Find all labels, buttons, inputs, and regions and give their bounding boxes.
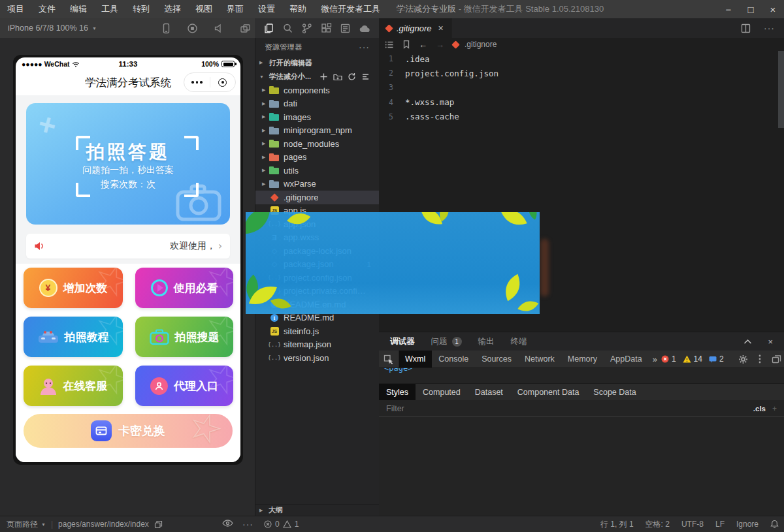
undock-icon[interactable] bbox=[772, 354, 781, 364]
nav-forward-icon[interactable]: → bbox=[436, 40, 444, 49]
notifications-bell-icon[interactable] bbox=[770, 520, 779, 529]
tab-overflow-icon[interactable]: » bbox=[649, 354, 661, 364]
close-panel-icon[interactable]: × bbox=[768, 337, 773, 347]
new-folder-icon[interactable] bbox=[333, 72, 342, 81]
menu-item[interactable]: 转到 bbox=[125, 0, 157, 18]
devtools-tab[interactable]: AppData bbox=[604, 351, 649, 368]
cloud-icon[interactable] bbox=[359, 23, 370, 33]
capsule-close-icon[interactable] bbox=[210, 73, 236, 91]
file-tree-item[interactable]: ▶ version.json bbox=[255, 351, 379, 365]
debugger-tab[interactable]: 终端 bbox=[511, 336, 527, 347]
style-filter-bar[interactable]: Filter .cls + bbox=[379, 400, 784, 417]
devtools-tab[interactable]: Memory bbox=[561, 351, 604, 368]
eol-type[interactable]: LF bbox=[715, 520, 725, 529]
tab-gitignore[interactable]: .gitignore × bbox=[379, 18, 451, 38]
customer-service-button[interactable]: 在线客服 bbox=[24, 366, 123, 406]
wxml-tag[interactable]: <page> bbox=[384, 368, 412, 373]
language-mode[interactable]: Ignore bbox=[736, 520, 759, 529]
agent-entry-button[interactable]: 代理入口 bbox=[135, 366, 233, 406]
collapse-all-icon[interactable] bbox=[361, 72, 370, 81]
styles-tab[interactable]: Component Data bbox=[510, 384, 587, 400]
wxml-element-tree[interactable]: <page> bbox=[379, 368, 784, 383]
filter-input[interactable]: Filter bbox=[386, 404, 404, 413]
photo-search-button[interactable]: 拍照搜题 bbox=[135, 317, 233, 357]
status-more-icon[interactable]: ··· bbox=[242, 516, 253, 532]
file-tree-item[interactable]: ▶ images bbox=[255, 110, 379, 124]
project-section[interactable]: ▼学法减分小... bbox=[255, 69, 379, 84]
inspect-element-icon[interactable] bbox=[379, 351, 399, 368]
bookmark-icon[interactable] bbox=[402, 40, 410, 49]
maximize-button[interactable]: □ bbox=[740, 0, 762, 18]
collapse-panel-icon[interactable] bbox=[743, 339, 752, 345]
editor-scrollbar[interactable] bbox=[778, 51, 784, 128]
styles-tab[interactable]: Styles bbox=[379, 384, 416, 400]
indentation[interactable]: 空格: 2 bbox=[645, 519, 670, 530]
extensions-icon[interactable] bbox=[321, 23, 332, 34]
problems-summary[interactable]: 0 1 bbox=[264, 516, 299, 532]
notice-bar[interactable]: 欢迎使用， › bbox=[26, 234, 230, 258]
wechat-capsule[interactable] bbox=[184, 72, 236, 92]
open-editors-section[interactable]: ▶打开的编辑器 bbox=[255, 56, 379, 69]
photo-tutorial-button[interactable]: 拍照教程 bbox=[24, 317, 123, 357]
file-tree-item[interactable]: ▶ dati bbox=[255, 97, 379, 111]
eye-icon[interactable] bbox=[222, 519, 233, 527]
details-list-icon[interactable] bbox=[340, 23, 351, 34]
file-tree-item[interactable]: ▶ .gitignore bbox=[255, 191, 379, 204]
nav-back-icon[interactable]: ← bbox=[419, 40, 427, 49]
page-path-selector[interactable]: 页面路径▼ bbox=[7, 519, 46, 530]
must-read-button[interactable]: 使用必看 bbox=[135, 268, 233, 308]
file-tree-item[interactable]: ▶ siteinfo.js bbox=[255, 324, 379, 338]
record-icon[interactable] bbox=[187, 23, 198, 34]
debugger-tab[interactable]: 输出 bbox=[478, 336, 495, 347]
file-tree-item[interactable]: ▶ node_modules bbox=[255, 137, 379, 151]
outline-list-icon[interactable] bbox=[385, 40, 394, 49]
capsule-more-icon[interactable] bbox=[184, 73, 210, 91]
menu-item[interactable]: 文件 bbox=[31, 0, 63, 18]
file-tree-item[interactable]: ▶ pages bbox=[255, 151, 379, 164]
mute-icon[interactable] bbox=[214, 23, 225, 34]
menu-item[interactable]: 设置 bbox=[251, 0, 282, 18]
multi-window-icon[interactable] bbox=[240, 23, 251, 34]
close-button[interactable]: × bbox=[762, 0, 784, 18]
menu-item[interactable]: 选择 bbox=[157, 0, 188, 18]
devtools-tab[interactable]: Sources bbox=[475, 351, 518, 368]
add-count-button[interactable]: ¥ 增加次数 bbox=[24, 268, 123, 308]
devtools-tab[interactable]: Network bbox=[518, 351, 561, 368]
styles-tab[interactable]: Computed bbox=[416, 384, 468, 400]
outline-section[interactable]: ▶大纲 bbox=[255, 504, 379, 516]
menu-item[interactable]: 微信开发者工具 bbox=[314, 0, 387, 18]
encoding[interactable]: UTF-8 bbox=[681, 520, 704, 529]
menu-item[interactable]: 编辑 bbox=[63, 0, 94, 18]
git-branch-icon[interactable] bbox=[301, 23, 312, 34]
devtools-tab[interactable]: Wxml bbox=[399, 351, 432, 368]
phone-icon[interactable] bbox=[161, 23, 172, 34]
minimize-button[interactable]: − bbox=[717, 0, 740, 18]
close-icon[interactable]: × bbox=[438, 23, 443, 33]
toggle-class-button[interactable]: .cls bbox=[753, 405, 766, 413]
styles-tab[interactable]: Dataset bbox=[468, 384, 510, 400]
devtools-tab[interactable]: Console bbox=[432, 351, 475, 368]
devtools-settings-icon[interactable] bbox=[738, 354, 748, 364]
split-editor-icon[interactable] bbox=[741, 23, 751, 33]
search-icon[interactable] bbox=[282, 23, 293, 34]
new-file-icon[interactable] bbox=[319, 72, 328, 81]
photo-answer-card[interactable]: + 拍照答题 问题拍一拍，秒出答案 搜索次数：次 bbox=[26, 103, 230, 225]
styles-tab[interactable]: Scope Data bbox=[586, 384, 643, 400]
device-selector[interactable]: iPhone 6/7/8 100% 16▼ bbox=[8, 18, 97, 38]
more-actions-icon[interactable]: ··· bbox=[764, 23, 775, 33]
menu-item[interactable]: 帮助 bbox=[282, 0, 314, 18]
file-tree-item[interactable]: ▶ components bbox=[255, 84, 379, 97]
file-tree-item[interactable]: ▶ utils bbox=[255, 164, 379, 178]
cursor-position[interactable]: 行 1, 列 1 bbox=[600, 519, 634, 530]
copy-path-icon[interactable] bbox=[154, 520, 163, 529]
menu-item[interactable]: 工具 bbox=[94, 0, 125, 18]
menu-item[interactable]: 视图 bbox=[188, 0, 220, 18]
devtools-more-icon[interactable] bbox=[759, 354, 761, 364]
menu-item[interactable]: 界面 bbox=[220, 0, 251, 18]
debugger-tab[interactable]: 调试器 bbox=[390, 336, 415, 347]
refresh-icon[interactable] bbox=[348, 72, 356, 81]
file-tree-item[interactable]: ▶ wxParse bbox=[255, 178, 379, 191]
file-tree-item[interactable]: ▶ miniprogram_npm bbox=[255, 124, 379, 138]
file-tree-item[interactable]: ▶ sitemap.json bbox=[255, 338, 379, 352]
menu-item[interactable]: 项目 bbox=[0, 0, 31, 18]
